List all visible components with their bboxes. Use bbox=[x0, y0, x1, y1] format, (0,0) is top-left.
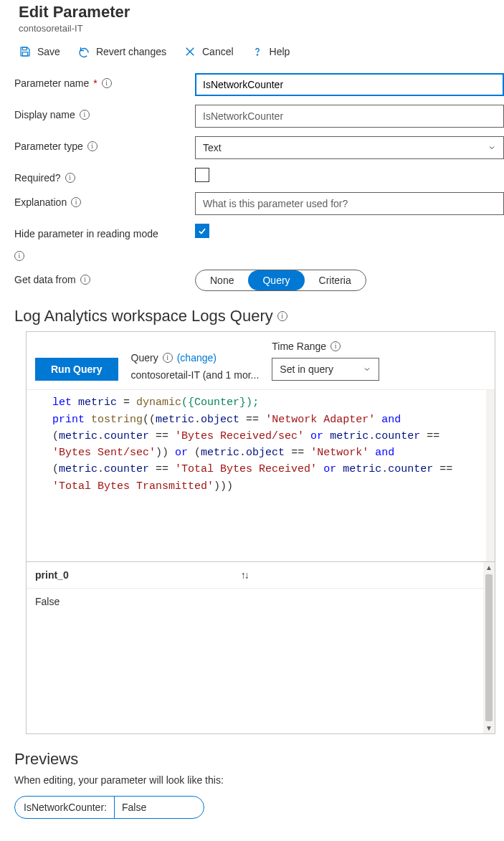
page-subtitle: contosoretail-IT bbox=[19, 23, 490, 34]
query-results: print_0 ↑↓ False ▲ ▼ bbox=[26, 562, 495, 734]
query-scope-label: Query bbox=[131, 352, 158, 364]
scroll-up-icon[interactable]: ▲ bbox=[485, 562, 493, 573]
hide-param-label: Hide parameter in reading mode bbox=[14, 228, 158, 239]
info-icon[interactable]: i bbox=[80, 110, 90, 120]
save-icon bbox=[19, 45, 32, 58]
scroll-down-icon[interactable]: ▼ bbox=[485, 723, 493, 733]
required-checkbox[interactable] bbox=[195, 168, 209, 182]
checkmark-icon bbox=[197, 226, 207, 236]
previews-note: When editing, your parameter will look l… bbox=[14, 774, 504, 786]
change-scope-link[interactable]: (change) bbox=[177, 352, 217, 364]
get-data-label: Get data from bbox=[14, 274, 76, 285]
help-icon bbox=[251, 45, 264, 58]
revert-button[interactable]: Revert changes bbox=[77, 45, 166, 58]
save-label: Save bbox=[37, 46, 60, 57]
results-col-0[interactable]: print_0 bbox=[35, 569, 69, 581]
editor-scrollbar[interactable] bbox=[486, 390, 495, 561]
time-range-select[interactable]: Set in query bbox=[272, 358, 379, 381]
preview-pill-value: False bbox=[114, 797, 204, 818]
cancel-button[interactable]: Cancel bbox=[184, 45, 234, 58]
required-asterisk: * bbox=[93, 77, 97, 89]
sort-icon[interactable]: ↑↓ bbox=[241, 569, 248, 581]
svg-rect-1 bbox=[22, 52, 28, 56]
time-range-value: Set in query bbox=[280, 364, 333, 375]
seg-criteria[interactable]: Criteria bbox=[305, 270, 366, 290]
undo-icon bbox=[77, 45, 90, 58]
info-icon[interactable]: i bbox=[14, 251, 24, 261]
display-name-input[interactable] bbox=[195, 105, 504, 128]
run-query-button[interactable]: Run Query bbox=[35, 358, 118, 381]
info-icon[interactable]: i bbox=[80, 275, 90, 285]
param-name-input[interactable] bbox=[195, 73, 504, 96]
seg-none[interactable]: None bbox=[196, 270, 248, 290]
previews-title: Previews bbox=[14, 750, 504, 769]
time-range-label: Time Range bbox=[272, 341, 326, 352]
query-code-editor[interactable]: let metric = dynamic({Counter}); print t… bbox=[27, 389, 495, 561]
param-name-label: Parameter name bbox=[14, 77, 89, 89]
explanation-label: Explanation bbox=[14, 196, 67, 208]
chevron-down-icon bbox=[363, 365, 371, 374]
param-type-label: Parameter type bbox=[14, 141, 83, 152]
info-icon[interactable]: i bbox=[102, 78, 112, 88]
info-icon[interactable]: i bbox=[331, 341, 341, 351]
help-label: Help bbox=[270, 46, 290, 57]
preview-parameter-pill[interactable]: IsNetworkCounter: False bbox=[14, 796, 204, 819]
scroll-thumb[interactable] bbox=[485, 574, 493, 721]
results-scrollbar[interactable]: ▲ ▼ bbox=[483, 562, 495, 733]
explanation-input[interactable] bbox=[195, 192, 504, 215]
hide-param-checkbox[interactable] bbox=[195, 224, 209, 238]
help-button[interactable]: Help bbox=[251, 45, 290, 58]
info-icon[interactable]: i bbox=[277, 311, 287, 321]
query-editor-container: Run Query Query i (change) contosoretail… bbox=[26, 331, 495, 562]
chevron-down-icon bbox=[488, 143, 496, 152]
query-scope-value: contosoretail-IT (and 1 mor... bbox=[131, 369, 260, 381]
command-bar: Save Revert changes Cancel bbox=[0, 38, 504, 66]
info-icon[interactable]: i bbox=[163, 353, 173, 363]
close-icon bbox=[184, 45, 196, 58]
svg-rect-0 bbox=[22, 47, 27, 50]
revert-label: Revert changes bbox=[96, 46, 166, 57]
info-icon[interactable]: i bbox=[65, 173, 75, 183]
param-type-select[interactable]: Text bbox=[195, 136, 504, 159]
cancel-label: Cancel bbox=[202, 46, 234, 57]
preview-pill-label: IsNetworkCounter: bbox=[15, 797, 114, 818]
info-icon[interactable]: i bbox=[71, 197, 81, 207]
query-section-title: Log Analytics workspace Logs Query bbox=[14, 307, 273, 326]
required-label: Required? bbox=[14, 172, 61, 184]
info-icon[interactable]: i bbox=[87, 141, 98, 151]
save-button[interactable]: Save bbox=[19, 45, 60, 58]
get-data-segmented: None Query Criteria bbox=[195, 270, 366, 291]
param-type-value: Text bbox=[203, 142, 222, 153]
seg-query[interactable]: Query bbox=[248, 270, 304, 290]
svg-point-4 bbox=[257, 54, 257, 55]
page-title: Edit Parameter bbox=[19, 3, 490, 22]
display-name-label: Display name bbox=[14, 109, 75, 120]
results-row-0: False bbox=[35, 596, 60, 607]
